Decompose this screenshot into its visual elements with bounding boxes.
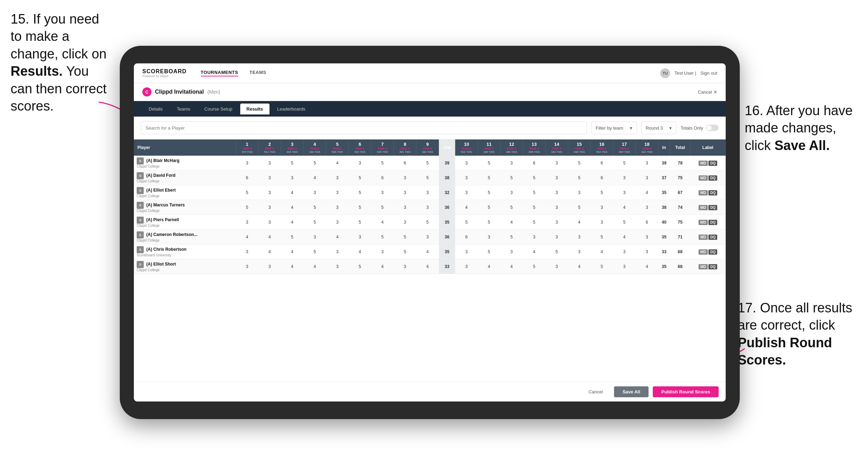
label-dq[interactable]: DQ: [708, 161, 717, 166]
score-hole-5[interactable]: 3: [326, 185, 348, 200]
score-hole-6[interactable]: 5: [349, 170, 371, 185]
score-hole-16[interactable]: 5: [590, 185, 613, 200]
score-hole-9[interactable]: 4: [416, 259, 439, 274]
score-hole-9[interactable]: 3: [416, 200, 439, 215]
score-hole-5[interactable]: 4: [326, 156, 348, 170]
score-hole-4[interactable]: 3: [303, 185, 326, 200]
score-hole-9[interactable]: 5: [416, 215, 439, 230]
score-hole-12[interactable]: 3: [500, 185, 523, 200]
score-hole-15[interactable]: 3: [568, 230, 590, 244]
filter-by-team-dropdown[interactable]: Filter by team ▾: [591, 122, 637, 134]
score-hole-13[interactable]: 5: [523, 185, 545, 200]
score-hole-12[interactable]: 3: [500, 244, 523, 259]
score-hole-3[interactable]: 4: [281, 200, 303, 215]
score-hole-9[interactable]: 5: [416, 170, 439, 185]
score-hole-17[interactable]: 4: [613, 230, 636, 244]
score-hole-18[interactable]: 4: [636, 259, 658, 274]
score-hole-18[interactable]: 3: [636, 156, 658, 170]
score-hole-14[interactable]: 3: [545, 170, 568, 185]
score-hole-6[interactable]: 3: [349, 156, 371, 170]
tab-details[interactable]: Details: [142, 104, 169, 114]
score-hole-4[interactable]: 3: [303, 230, 326, 244]
score-hole-11[interactable]: 5: [478, 215, 500, 230]
score-hole-1[interactable]: 3: [236, 156, 258, 170]
score-hole-16[interactable]: 5: [590, 230, 613, 244]
label-dq[interactable]: DQ: [708, 249, 717, 255]
score-hole-14[interactable]: 3: [545, 230, 568, 244]
score-hole-11[interactable]: 5: [478, 244, 500, 259]
score-hole-14[interactable]: 5: [545, 244, 568, 259]
score-hole-1[interactable]: 3: [236, 259, 258, 274]
score-hole-7[interactable]: 4: [371, 259, 394, 274]
label-dq[interactable]: DQ: [708, 175, 717, 181]
nav-link-tournaments[interactable]: TOURNAMENTS: [201, 70, 238, 76]
score-hole-8[interactable]: 5: [394, 230, 416, 244]
score-hole-15[interactable]: 3: [568, 185, 590, 200]
score-hole-5[interactable]: 3: [326, 244, 348, 259]
totals-only-toggle[interactable]: Totals Only: [681, 125, 719, 131]
score-hole-11[interactable]: 5: [478, 185, 500, 200]
score-hole-14[interactable]: 3: [545, 259, 568, 274]
score-hole-13[interactable]: 5: [523, 200, 545, 215]
score-hole-8[interactable]: 5: [394, 244, 416, 259]
score-hole-18[interactable]: 3: [636, 244, 658, 259]
score-hole-12[interactable]: 5: [500, 200, 523, 215]
score-hole-16[interactable]: 4: [590, 244, 613, 259]
publish-round-scores-button[interactable]: Publish Round Scores: [653, 386, 719, 397]
score-hole-8[interactable]: 3: [394, 200, 416, 215]
score-hole-3[interactable]: 4: [281, 215, 303, 230]
score-hole-13[interactable]: 4: [523, 244, 545, 259]
score-hole-7[interactable]: 5: [371, 230, 394, 244]
score-hole-4[interactable]: 4: [303, 170, 326, 185]
score-hole-9[interactable]: 4: [416, 244, 439, 259]
score-hole-17[interactable]: 3: [613, 185, 636, 200]
score-hole-1[interactable]: 6: [236, 170, 258, 185]
score-hole-13[interactable]: 6: [523, 156, 545, 170]
label-wd[interactable]: WD: [699, 235, 708, 240]
score-hole-4[interactable]: 5: [303, 200, 326, 215]
score-hole-9[interactable]: 3: [416, 185, 439, 200]
score-hole-9[interactable]: 3: [416, 230, 439, 244]
score-hole-12[interactable]: 4: [500, 215, 523, 230]
score-hole-10[interactable]: 3: [455, 170, 478, 185]
label-dq[interactable]: DQ: [708, 190, 717, 195]
score-hole-14[interactable]: 3: [545, 200, 568, 215]
save-all-button[interactable]: Save All: [614, 386, 649, 397]
score-hole-3[interactable]: 5: [281, 156, 303, 170]
score-hole-14[interactable]: 3: [545, 156, 568, 170]
score-hole-2[interactable]: 4: [258, 230, 281, 244]
score-hole-18[interactable]: 6: [636, 215, 658, 230]
score-hole-1[interactable]: 5: [236, 200, 258, 215]
score-hole-2[interactable]: 3: [258, 156, 281, 170]
score-hole-8[interactable]: 6: [394, 156, 416, 170]
score-hole-11[interactable]: 3: [478, 230, 500, 244]
score-hole-12[interactable]: 5: [500, 170, 523, 185]
score-hole-13[interactable]: 5: [523, 215, 545, 230]
score-hole-6[interactable]: 3: [349, 230, 371, 244]
score-hole-10[interactable]: 3: [455, 244, 478, 259]
tab-results[interactable]: Results: [240, 104, 269, 114]
score-hole-5[interactable]: 3: [326, 215, 348, 230]
score-hole-15[interactable]: 5: [568, 156, 590, 170]
score-hole-14[interactable]: 3: [545, 215, 568, 230]
score-hole-1[interactable]: 5: [236, 185, 258, 200]
score-hole-7[interactable]: 5: [371, 200, 394, 215]
score-hole-3[interactable]: 5: [281, 230, 303, 244]
score-hole-16[interactable]: 3: [590, 200, 613, 215]
score-hole-4[interactable]: 5: [303, 156, 326, 170]
score-hole-10[interactable]: 3: [455, 185, 478, 200]
score-hole-10[interactable]: 6: [455, 230, 478, 244]
label-wd[interactable]: WD: [699, 190, 708, 195]
label-wd[interactable]: WD: [699, 264, 708, 269]
score-hole-11[interactable]: 5: [478, 200, 500, 215]
score-hole-4[interactable]: 5: [303, 215, 326, 230]
score-hole-2[interactable]: 3: [258, 200, 281, 215]
score-hole-8[interactable]: 3: [394, 259, 416, 274]
score-hole-13[interactable]: 3: [523, 230, 545, 244]
score-hole-4[interactable]: 5: [303, 244, 326, 259]
tab-leaderboards[interactable]: Leaderboards: [271, 104, 312, 114]
score-hole-17[interactable]: 3: [613, 170, 636, 185]
sign-out-link[interactable]: Sign out: [700, 70, 717, 76]
score-hole-1[interactable]: 4: [236, 230, 258, 244]
score-hole-10[interactable]: 5: [455, 215, 478, 230]
